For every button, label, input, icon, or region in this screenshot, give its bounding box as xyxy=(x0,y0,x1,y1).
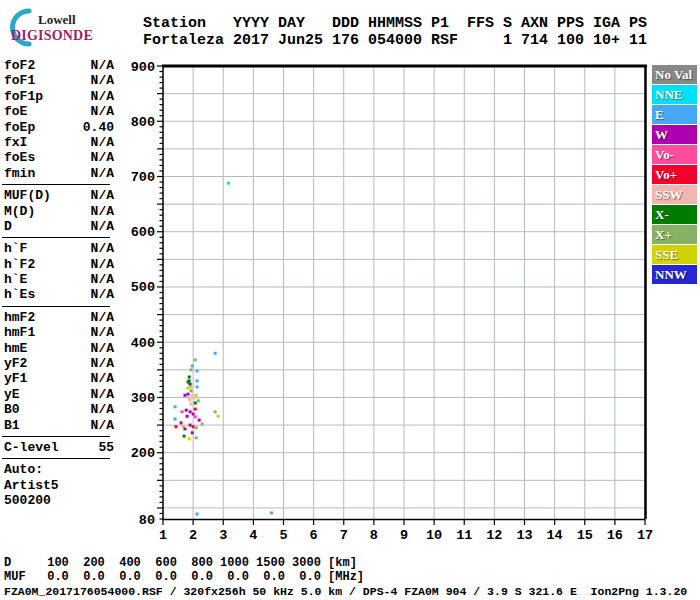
legend-item-vo-: Vo- xyxy=(652,145,697,164)
x-tick-label: 10 xyxy=(426,528,442,543)
echo-point xyxy=(187,387,190,390)
y-tick-label: 200 xyxy=(131,446,155,461)
echo-point xyxy=(188,379,191,382)
echo-point xyxy=(196,513,199,516)
echo-point xyxy=(189,424,192,427)
y-tick-label: 800 xyxy=(131,115,155,130)
echo-point xyxy=(174,425,177,428)
echo-point xyxy=(192,425,195,428)
x-tick-label: 3 xyxy=(219,528,227,543)
x-tick-label: 15 xyxy=(577,528,593,543)
legend-item-nnw: NNW xyxy=(652,265,697,284)
echo-point xyxy=(201,422,204,425)
echo-point xyxy=(183,435,186,438)
legend-item-e: E xyxy=(652,105,697,124)
y-tick-label: 500 xyxy=(131,280,155,295)
x-tick-label: 4 xyxy=(249,528,257,543)
echo-point xyxy=(189,410,192,413)
echo-point xyxy=(194,415,197,418)
d-table-line: D 100 200 400 600 800 1000 1500 3000 [km… xyxy=(4,556,364,570)
x-tick-label: 11 xyxy=(456,528,472,543)
echo-point xyxy=(189,399,192,402)
echo-point xyxy=(190,368,193,371)
echo-direction-legend: No ValNNEEWVo-Vo+SSWX-X+SSENNW xyxy=(652,65,698,285)
legend-item-x+: X+ xyxy=(652,225,697,244)
x-tick-label: 1 xyxy=(159,528,167,543)
echo-point xyxy=(183,427,186,430)
echo-point xyxy=(190,385,193,388)
legend-item-x-: X- xyxy=(652,205,697,224)
legend-item-vo+: Vo+ xyxy=(652,165,697,184)
x-tick-label: 2 xyxy=(189,528,197,543)
echo-point xyxy=(195,426,198,429)
echo-point xyxy=(174,405,177,408)
grid xyxy=(163,66,645,519)
echo-point xyxy=(191,364,194,367)
x-tick-label: 17 xyxy=(637,528,653,543)
echo-point xyxy=(188,437,191,440)
echo-point xyxy=(194,408,197,411)
x-tick-label: 14 xyxy=(547,528,563,543)
echo-point xyxy=(185,409,188,412)
echo-point xyxy=(195,436,198,439)
digisonde-ionogram-window: Lowell DIGISONDE Station YYYY DAY DDD HH… xyxy=(0,0,700,600)
y-tick-label: 700 xyxy=(131,170,155,185)
echo-point xyxy=(196,369,199,372)
x-tick-label: 9 xyxy=(400,528,408,543)
legend-item-ssw: SSW xyxy=(652,185,697,204)
x-tick-label: 16 xyxy=(607,528,623,543)
x-tick-label: 5 xyxy=(279,528,287,543)
echo-point xyxy=(194,401,197,404)
y-tick-label: 900 xyxy=(131,60,155,75)
y-tick-label: 600 xyxy=(131,225,155,240)
echo-point xyxy=(193,397,196,400)
echo-point xyxy=(192,413,195,416)
axes xyxy=(157,66,647,525)
y-tick-label: 300 xyxy=(131,391,155,406)
echo-point xyxy=(195,394,198,397)
echo-point xyxy=(187,393,190,396)
echo-point xyxy=(183,394,186,397)
ionogram-plot: 9008007006005004003002008012345678910111… xyxy=(0,0,700,600)
echo-point xyxy=(270,511,273,514)
legend-item-no-val: No Val xyxy=(652,65,697,84)
muf-table-line: MUF 0.0 0.0 0.0 0.0 0.0 0.0 0.0 0.0 [MHz… xyxy=(4,570,364,584)
legend-item-nne: NNE xyxy=(652,85,697,104)
echo-point xyxy=(214,410,217,413)
muf-distance-table: D 100 200 400 600 800 1000 1500 3000 [km… xyxy=(4,556,364,584)
echo-point xyxy=(196,385,199,388)
echo-point xyxy=(214,352,217,355)
echo-point xyxy=(197,399,200,402)
x-tick-label: 7 xyxy=(340,528,348,543)
echo-point xyxy=(196,379,199,382)
echo-point xyxy=(194,358,197,361)
x-tick-label: 13 xyxy=(516,528,532,543)
echo-point xyxy=(186,415,189,418)
axis-labels: 9008007006005004003002008012345678910111… xyxy=(131,60,653,544)
y-tick-label: 400 xyxy=(131,336,155,351)
echo-point xyxy=(180,421,183,424)
echo-point xyxy=(191,431,194,434)
echo-point xyxy=(189,383,192,386)
echo-point xyxy=(190,403,193,406)
x-tick-label: 12 xyxy=(486,528,502,543)
echo-point xyxy=(188,376,191,379)
legend-item-w: W xyxy=(652,125,697,144)
x-tick-label: 8 xyxy=(370,528,378,543)
y-tick-label: 80 xyxy=(139,513,155,528)
echo-point xyxy=(198,419,201,422)
x-tick-label: 6 xyxy=(310,528,318,543)
echo-point xyxy=(227,182,230,185)
legend-item-sse: SSE xyxy=(652,245,697,264)
echo-point xyxy=(217,415,220,418)
echo-point xyxy=(174,418,177,421)
echo-point xyxy=(190,389,193,392)
echo-point xyxy=(180,410,183,413)
file-status-line: FZA0M_2017176054000.RSF / 320fx256h 50 k… xyxy=(4,585,687,598)
